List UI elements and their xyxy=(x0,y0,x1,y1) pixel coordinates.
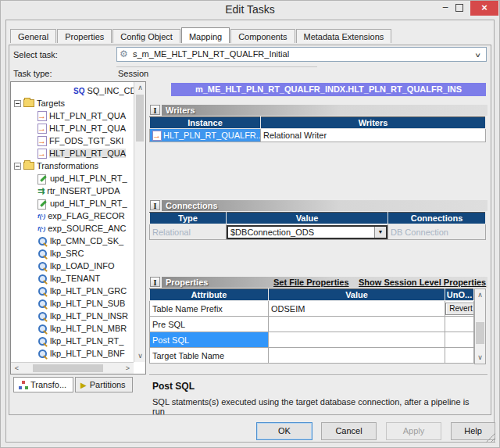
scroll-up-icon[interactable]: ∧ xyxy=(134,82,146,94)
property-value-cell[interactable] xyxy=(269,317,445,332)
lookup-icon xyxy=(38,311,48,321)
tab-mapping[interactable]: Mapping xyxy=(181,27,230,43)
tree-item-label: HLT_PLN_RT_QUA xyxy=(49,111,126,120)
writers-col-writers: Writers xyxy=(261,117,486,129)
property-row[interactable]: Target Table Name xyxy=(150,348,474,364)
connection-name-cell: DB Connection xyxy=(388,224,486,240)
writers-row[interactable]: HLT_PLN_RT_QUALFR... Relational Writer xyxy=(150,129,486,142)
tree-item-lookup[interactable]: lkp_LOAD_INFO xyxy=(11,260,134,272)
tree-item-router[interactable]: rtr_INSERT_UPDA xyxy=(11,185,134,197)
property-value-cell[interactable]: ODSEIM xyxy=(269,301,445,317)
collapse-icon[interactable] xyxy=(14,163,21,170)
tree-item-lookup[interactable]: lkp_CMN_CD_SK_ xyxy=(11,235,134,247)
minimize-button[interactable]: – xyxy=(437,2,454,16)
property-row-selected[interactable]: Post SQL xyxy=(150,332,474,348)
maximize-icon[interactable] xyxy=(455,4,463,12)
tree-item-lookup[interactable]: lkp_HLT_PLN_RT_ xyxy=(11,335,134,347)
tree-item-target[interactable]: FF_ODS_TGT_SKI xyxy=(11,134,134,147)
properties-col-value: Value xyxy=(269,289,445,301)
writer-type-cell[interactable]: Relational Writer xyxy=(261,129,486,142)
tree-item-label: lkp_HLT_PLN_MBR xyxy=(50,324,127,333)
property-attribute-cell[interactable]: Target Table Name xyxy=(150,348,269,364)
tree-item-target[interactable]: HLT_PLN_RT_QUA xyxy=(11,109,134,122)
scroll-thumb[interactable] xyxy=(136,95,144,142)
properties-collapse-icon[interactable] xyxy=(150,277,160,287)
expression-icon xyxy=(38,213,45,220)
tree-item-update-strategy[interactable]: upd_HLT_PLN_RT_ xyxy=(11,197,134,210)
ok-button[interactable]: OK xyxy=(256,422,312,440)
help-button[interactable]: Help xyxy=(451,422,495,440)
connections-row[interactable]: Relational $DBConnection_ODS ▼ DB Connec… xyxy=(150,224,486,240)
writers-collapse-icon[interactable] xyxy=(150,105,160,115)
property-attribute-cell[interactable]: Table Name Prefix xyxy=(150,301,269,317)
router-icon xyxy=(38,186,45,196)
connections-collapse-icon[interactable] xyxy=(150,200,160,210)
writer-instance-cell[interactable]: HLT_PLN_RT_QUALFR... xyxy=(150,129,261,142)
property-row[interactable]: Pre SQL xyxy=(150,317,474,332)
scroll-left-icon[interactable]: < xyxy=(11,363,23,375)
writers-table: Instance Writers HLT_PLN_RT_QUALFR... Re… xyxy=(149,116,486,142)
scroll-thumb[interactable] xyxy=(33,364,103,372)
close-button[interactable]: × xyxy=(470,1,498,16)
tree-item-lookup[interactable]: lkp_SRC xyxy=(11,247,134,260)
apply-button[interactable]: Apply xyxy=(386,422,441,440)
scroll-right-icon[interactable]: > xyxy=(122,363,134,375)
scroll-up-icon[interactable]: ∧ xyxy=(475,289,485,301)
show-session-level-properties-link[interactable]: Show Session Level Properties xyxy=(359,277,486,288)
collapse-icon[interactable] xyxy=(14,100,21,107)
property-attribute-cell[interactable]: Pre SQL xyxy=(150,317,269,332)
tab-transformations[interactable]: Transfo... xyxy=(13,377,73,392)
tree-item-lookup[interactable]: lkp_HLT_PLN_SUB xyxy=(11,297,134,310)
tree-item-lookup[interactable]: lkp_HLT_PLN_BNF xyxy=(11,347,134,360)
tree-item-lookup[interactable]: lkp_TENANT xyxy=(11,272,134,285)
chevron-down-icon[interactable]: ∨ xyxy=(474,51,481,59)
transformation-tree[interactable]: SQ_INC_CDC_RAT Targets HLT_PLN_RT_QUA HL… xyxy=(10,81,146,375)
tree-item-label: rtr_INSERT_UPDA xyxy=(47,186,120,195)
tab-metadata-extensions[interactable]: Metadata Extensions xyxy=(296,29,392,43)
scroll-down-icon[interactable]: ∨ xyxy=(475,352,485,364)
tree-item-lookup[interactable]: lkp_HLT_PLN_GRC xyxy=(11,285,134,297)
tree-item-sq[interactable]: SQ_INC_CDC_RAT xyxy=(11,84,134,97)
lookup-icon xyxy=(38,261,48,271)
tree-item-target[interactable]: HLT_PLN_RT_QUA xyxy=(11,122,134,134)
connection-value-combobox[interactable]: $DBConnection_ODS ▼ xyxy=(227,225,388,239)
tree-item-label: FF_ODS_TGT_SKI xyxy=(49,136,123,145)
dropdown-arrow-icon[interactable]: ▼ xyxy=(374,227,386,238)
tree-horizontal-scrollbar[interactable]: < > xyxy=(11,362,134,374)
lookup-icon xyxy=(38,249,48,259)
revert-button[interactable]: Revert xyxy=(445,303,474,315)
properties-scrollbar[interactable]: ∧ ∨ xyxy=(474,289,486,364)
tab-general[interactable]: General xyxy=(10,29,56,43)
tab-components[interactable]: Components xyxy=(230,29,295,43)
cancel-button[interactable]: Cancel xyxy=(321,422,377,440)
tree-item-lookup[interactable]: lkp_HLT_PLN_INSR xyxy=(11,310,134,322)
connection-type-cell: Relational xyxy=(150,224,227,240)
set-file-properties-link[interactable]: Set File Properties xyxy=(273,277,349,288)
tab-properties[interactable]: Properties xyxy=(57,29,112,43)
tree-vertical-scrollbar[interactable]: ∧ ∨ xyxy=(134,82,145,362)
title-bar[interactable]: Edit Tasks – × xyxy=(1,1,499,18)
session-gear-icon: ⚙ xyxy=(120,48,128,61)
tree-item-update-strategy[interactable]: upd_HLT_PLN_RT_ xyxy=(11,172,134,185)
property-attribute-cell[interactable]: Post SQL xyxy=(150,332,269,348)
select-task-combobox[interactable]: ⚙ s_m_ME_HLT_PLN_RT_QUALFR_Initial ∨ xyxy=(116,47,487,62)
property-row[interactable]: Table Name Prefix ODSEIM Revert xyxy=(150,301,474,317)
tree-item-transformations[interactable]: Transformations xyxy=(11,159,134,172)
connection-value-cell[interactable]: $DBConnection_ODS ▼ xyxy=(227,224,388,240)
tree-item-expression[interactable]: exp_FLAG_RECOR xyxy=(11,210,134,222)
tree-item-lookup[interactable]: lkp_HLT_PLN_MBR xyxy=(11,322,134,335)
description-title: Post SQL xyxy=(152,381,195,392)
scroll-down-icon[interactable]: ∨ xyxy=(134,350,146,362)
tree-item-target-selected[interactable]: HLT_PLN_RT_QUA xyxy=(11,147,134,159)
tree-item-targets[interactable]: Targets xyxy=(11,97,134,109)
tab-bar: GeneralPropertiesConfig ObjectMappingCom… xyxy=(10,29,392,45)
scroll-thumb[interactable] xyxy=(476,322,484,344)
property-value-cell[interactable] xyxy=(269,332,445,348)
tab-partitions[interactable]: Partitions xyxy=(75,377,133,392)
writers-col-instance: Instance xyxy=(150,117,261,129)
tree-item-expression[interactable]: exp_SOURCE_ANC xyxy=(11,222,134,235)
tree-item-label: exp_SOURCE_ANC xyxy=(48,224,126,233)
tab-config-object[interactable]: Config Object xyxy=(112,29,180,43)
property-value-cell[interactable] xyxy=(269,348,445,364)
tree-item-label: lkp_HLT_PLN_SUB xyxy=(50,299,125,308)
